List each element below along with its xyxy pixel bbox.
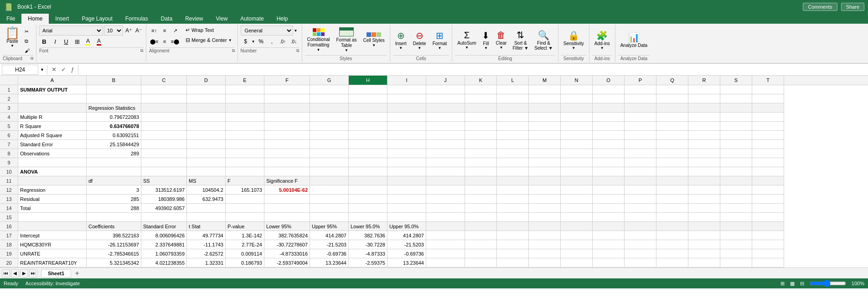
table-cell[interactable]: Adjusted R Square: [18, 131, 87, 140]
table-cell[interactable]: [688, 103, 720, 113]
row-number-cell[interactable]: 3: [0, 103, 18, 113]
table-cell[interactable]: [720, 85, 752, 94]
table-cell[interactable]: [656, 231, 688, 240]
table-cell[interactable]: [561, 258, 593, 267]
comma-button[interactable]: ,: [267, 36, 277, 46]
table-cell[interactable]: [264, 122, 310, 131]
table-cell[interactable]: [529, 113, 561, 122]
table-cell[interactable]: [18, 158, 87, 167]
table-cell[interactable]: [720, 149, 752, 158]
col-header-H[interactable]: H: [349, 76, 388, 85]
formula-input[interactable]: [81, 65, 866, 75]
col-header-C[interactable]: C: [141, 76, 187, 85]
table-cell[interactable]: [349, 195, 388, 204]
table-cell[interactable]: 414.2807: [310, 231, 349, 240]
table-cell[interactable]: 5.321345342: [87, 258, 141, 267]
table-cell[interactable]: [497, 195, 529, 204]
tab-help[interactable]: Help: [270, 14, 294, 24]
col-header-T[interactable]: T: [752, 76, 784, 85]
table-cell[interactable]: ANOVA: [18, 167, 87, 176]
table-cell[interactable]: [226, 113, 264, 122]
table-cell[interactable]: [529, 195, 561, 204]
table-cell[interactable]: [752, 131, 784, 140]
table-cell[interactable]: [310, 122, 349, 131]
table-cell[interactable]: [187, 167, 226, 176]
table-cell[interactable]: [310, 94, 349, 103]
col-header-I[interactable]: I: [388, 76, 426, 85]
table-cell[interactable]: [310, 204, 349, 213]
table-cell[interactable]: [388, 195, 426, 204]
table-cell[interactable]: [465, 85, 497, 94]
table-cell[interactable]: [688, 258, 720, 267]
table-cell[interactable]: P-value: [226, 222, 264, 231]
col-header-P[interactable]: P: [625, 76, 656, 85]
table-cell[interactable]: [141, 131, 187, 140]
table-cell[interactable]: [187, 131, 226, 140]
table-cell[interactable]: [349, 122, 388, 131]
cell-styles-button[interactable]: Cell Styles ▼: [361, 31, 387, 49]
col-header-J[interactable]: J: [426, 76, 465, 85]
table-cell[interactable]: SUMMARY OUTPUT: [18, 85, 87, 94]
table-cell[interactable]: [688, 185, 720, 195]
table-cell[interactable]: [720, 185, 752, 195]
table-cell[interactable]: [465, 176, 497, 185]
row-number-cell[interactable]: 20: [0, 258, 18, 267]
table-cell[interactable]: [264, 158, 310, 167]
table-cell[interactable]: df: [87, 176, 141, 185]
alignment-expand[interactable]: ⧉: [232, 48, 235, 53]
table-cell[interactable]: [388, 131, 426, 140]
table-cell[interactable]: [388, 204, 426, 213]
table-cell[interactable]: [625, 195, 656, 204]
table-cell[interactable]: [561, 176, 593, 185]
table-cell[interactable]: [529, 131, 561, 140]
table-cell[interactable]: [720, 213, 752, 222]
table-cell[interactable]: [656, 204, 688, 213]
table-cell[interactable]: -30.7228: [349, 240, 388, 249]
table-cell[interactable]: [656, 167, 688, 176]
table-cell[interactable]: 104504.2: [187, 185, 226, 195]
table-cell[interactable]: [561, 204, 593, 213]
table-cell[interactable]: [465, 140, 497, 149]
table-cell[interactable]: [349, 85, 388, 94]
table-cell[interactable]: [187, 85, 226, 94]
autosum-button[interactable]: Σ AutoSum ▼: [455, 28, 478, 51]
table-cell[interactable]: -2.785346615: [87, 249, 141, 258]
table-cell[interactable]: [688, 94, 720, 103]
table-cell[interactable]: HQMCB30YR: [18, 240, 87, 249]
col-header-B[interactable]: B: [87, 76, 141, 85]
table-cell[interactable]: [187, 158, 226, 167]
table-cell[interactable]: [593, 103, 625, 113]
table-cell[interactable]: [497, 185, 529, 195]
table-cell[interactable]: [625, 167, 656, 176]
align-left-button[interactable]: ⬤≡: [149, 36, 159, 46]
table-cell[interactable]: [720, 140, 752, 149]
confirm-formula-button[interactable]: ✓: [60, 66, 67, 73]
borders-button[interactable]: ⊞: [72, 36, 82, 46]
row-number-cell[interactable]: 19: [0, 249, 18, 258]
table-cell[interactable]: [310, 167, 349, 176]
table-cell[interactable]: [426, 258, 465, 267]
table-cell[interactable]: [593, 131, 625, 140]
table-cell[interactable]: Multiple R: [18, 113, 87, 122]
align-top-right-button[interactable]: ↗: [170, 26, 180, 36]
table-cell[interactable]: [141, 103, 187, 113]
tab-home[interactable]: Home: [21, 14, 49, 24]
table-cell[interactable]: [388, 158, 426, 167]
table-cell[interactable]: [264, 213, 310, 222]
table-cell[interactable]: [625, 222, 656, 231]
table-cell[interactable]: [388, 122, 426, 131]
row-number-cell[interactable]: 10: [0, 167, 18, 176]
font-size-select[interactable]: 10: [104, 26, 123, 36]
name-box-dropdown[interactable]: ▼: [40, 67, 44, 72]
table-cell[interactable]: [388, 167, 426, 176]
table-cell[interactable]: [593, 149, 625, 158]
table-cell[interactable]: [497, 213, 529, 222]
table-cell[interactable]: [688, 195, 720, 204]
table-cell[interactable]: [688, 176, 720, 185]
table-cell[interactable]: [264, 167, 310, 176]
row-number-cell[interactable]: 12: [0, 185, 18, 195]
decimal-decrease-button[interactable]: .0↓: [289, 36, 299, 46]
table-cell[interactable]: [561, 167, 593, 176]
sheet-tab-sheet1[interactable]: Sheet1: [41, 269, 71, 277]
sheet-nav-next[interactable]: ▶: [20, 269, 28, 277]
